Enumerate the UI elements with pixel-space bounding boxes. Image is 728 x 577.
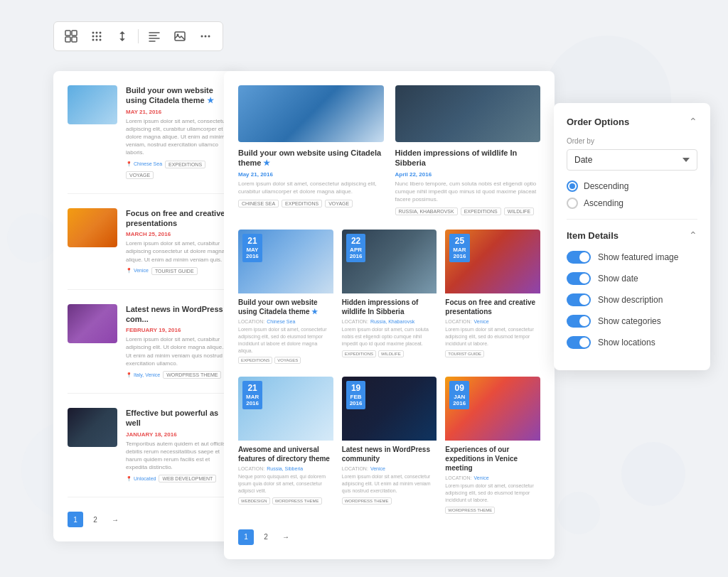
card-title-6: Experiences of our expeditions in Venice… <box>445 445 540 473</box>
top-post-image-2 <box>395 85 541 142</box>
svg-point-4 <box>92 32 95 34</box>
card-tag: WILDLIFE <box>378 350 404 357</box>
layout-icon[interactable] <box>61 26 81 46</box>
order-by-select[interactable]: Date Title Author Comments <box>567 149 697 171</box>
bg-circle-6 <box>7 213 57 263</box>
page-2-button[interactable]: 2 <box>87 512 103 527</box>
main-page-1-button[interactable]: 1 <box>238 529 254 545</box>
ascending-radio[interactable]: Ascending <box>567 198 697 209</box>
main-panel-pagination: 1 2 → <box>238 529 540 545</box>
card-image-6: 09JAN2016 <box>445 377 540 441</box>
toggle-description: Show description <box>567 293 697 306</box>
main-page-next-button[interactable]: → <box>278 529 294 545</box>
svg-rect-0 <box>65 31 70 36</box>
svg-rect-1 <box>72 31 77 36</box>
arrows-icon[interactable] <box>112 26 132 46</box>
card-tag: WORDPRESS THEME <box>342 497 392 505</box>
post-location: 📍 Unlocated <box>126 476 156 482</box>
card-date-badge-2: 22APR2016 <box>346 234 366 262</box>
top-post-title-2: Hidden impressions of wildlife In Sibber… <box>395 148 541 168</box>
more-icon[interactable] <box>196 26 215 46</box>
card-5: 19FEB2016 Latest news in WordPress commu… <box>342 377 437 517</box>
card-tag: WORDPRESS THEME <box>272 497 322 505</box>
post-tag: WORDPRESS THEME <box>163 371 221 379</box>
item-details-collapse-icon[interactable]: ⌃ <box>689 230 697 241</box>
date-toggle[interactable] <box>567 272 591 285</box>
svg-rect-3 <box>72 37 77 42</box>
card-title-2: Hidden impressions of wildlife In Sibber… <box>342 298 437 316</box>
toolbar <box>53 21 223 51</box>
card-3: 25MAR2016 Focus on free and creative pre… <box>445 230 540 368</box>
left-panel-pagination: 1 2 → <box>68 512 228 527</box>
card-body-2: Hidden impressions of wildlife In Sibber… <box>342 293 437 361</box>
top-post-tags-1: CHINESE SEA EXPEDITIONS VOYAGE <box>238 200 384 207</box>
post-excerpt: Lorem ipsum dolor sit amet, curabitur ad… <box>126 335 228 367</box>
post-tags: 📍 Italy, Venice WORDPRESS THEME <box>126 371 228 379</box>
order-panel-collapse-icon[interactable]: ⌃ <box>689 116 697 127</box>
toggle-description-label: Show description <box>598 295 663 305</box>
card-body-4: Awesome and universal features of direct… <box>238 441 333 508</box>
card-excerpt-2: Lorem ipsum dolor sit amet, cum soluta n… <box>342 326 437 347</box>
card-date-badge-4: 21MAR2016 <box>242 381 262 409</box>
page-next-button[interactable]: → <box>107 512 123 527</box>
toggle-date: Show date <box>567 272 697 285</box>
card-excerpt-4: Neque porro quisquam est, qui dolorem ip… <box>238 473 333 494</box>
post-location: 📍 Venice <box>126 268 149 274</box>
bg-circle-3 <box>621 442 685 506</box>
post-info: Build your own website using Citadela th… <box>126 85 228 179</box>
toggle-date-label: Show date <box>598 274 638 284</box>
categories-toggle[interactable] <box>567 315 591 328</box>
card-tags-1: EXPEDITIONS VOYAGES <box>238 357 333 364</box>
svg-point-6 <box>100 32 102 34</box>
image-icon[interactable] <box>170 26 190 46</box>
card-title-1: Build your own website using Citadela th… <box>238 298 333 316</box>
toggle-categories: Show categories <box>567 315 697 328</box>
order-panel-header: Order Options ⌃ <box>567 116 697 127</box>
main-page-2-button[interactable]: 2 <box>258 529 274 545</box>
text-align-icon[interactable] <box>144 26 164 46</box>
card-4: 21MAR2016 Awesome and universal features… <box>238 377 333 517</box>
card-excerpt-1: Lorem ipsum dolor sit amet, consectetur … <box>238 326 333 354</box>
post-info: Effective but powerful as well January 1… <box>126 408 228 482</box>
featured-image-toggle[interactable] <box>567 251 591 264</box>
post-location: 📍 Chinese Sea <box>126 161 162 167</box>
card-tag: VOYAGES <box>274 357 301 364</box>
toggle-locations-label: Show locations <box>598 338 655 347</box>
card-title-3: Focus on free and creative presentations <box>445 298 540 316</box>
post-date: February 19, 2016 <box>126 327 228 333</box>
ascending-label: Ascending <box>584 198 623 208</box>
top-post-tag: EXPEDITIONS <box>282 200 322 207</box>
top-post-tags-2: RUSSIA, KHABAROVSK EXPEDITIONS WILDLIFE <box>395 207 541 215</box>
card-2: 22APR2016 Hidden impressions of wildlife… <box>342 230 437 368</box>
bg-circle-4 <box>557 492 600 534</box>
card-6: 09JAN2016 Experiences of our expeditions… <box>445 377 540 517</box>
toggle-locations: Show locations <box>567 336 697 349</box>
card-body-5: Latest news in WordPress community LOCAT… <box>342 441 437 508</box>
card-date-badge-6: 09JAN2016 <box>449 381 469 409</box>
top-post-tag: WILDLIFE <box>504 207 534 215</box>
card-date-badge-3: 25MAR2016 <box>449 234 469 262</box>
toggle-featured-image: Show featured image <box>567 251 697 264</box>
page-1-button[interactable]: 1 <box>68 512 83 527</box>
card-image-3: 25MAR2016 <box>445 230 540 293</box>
svg-point-5 <box>96 32 98 34</box>
description-toggle[interactable] <box>567 293 591 306</box>
post-excerpt: Lorem ipsum dolor sit amet, curabitur ad… <box>126 239 228 264</box>
top-post-title-1: Build your own website using Citadela th… <box>238 148 384 168</box>
descending-radio[interactable]: Descending <box>567 180 697 192</box>
card-tag: EXPEDITIONS <box>238 357 272 364</box>
list-item: Focus on free and creative presentations… <box>68 208 228 290</box>
star-icon: ★ <box>207 96 214 104</box>
card-body-1: Build your own website using Citadela th… <box>238 293 333 368</box>
top-posts-row: Build your own website using Citadela th… <box>238 85 540 215</box>
item-details-header: Item Details ⌃ <box>567 230 697 241</box>
card-image-2: 22APR2016 <box>342 230 437 293</box>
top-post-excerpt-1: Lorem ipsum dolor sit amet, consectetur … <box>238 180 384 195</box>
top-post-tag: VOYAGE <box>325 200 353 207</box>
post-tags: 📍 Unlocated WEB DEVELOPMENT <box>126 475 228 482</box>
locations-toggle[interactable] <box>567 336 591 349</box>
descending-radio-circle <box>567 180 578 192</box>
post-title: Effective but powerful as well <box>126 408 228 428</box>
grid-icon[interactable] <box>87 26 107 46</box>
svg-point-14 <box>177 34 179 36</box>
